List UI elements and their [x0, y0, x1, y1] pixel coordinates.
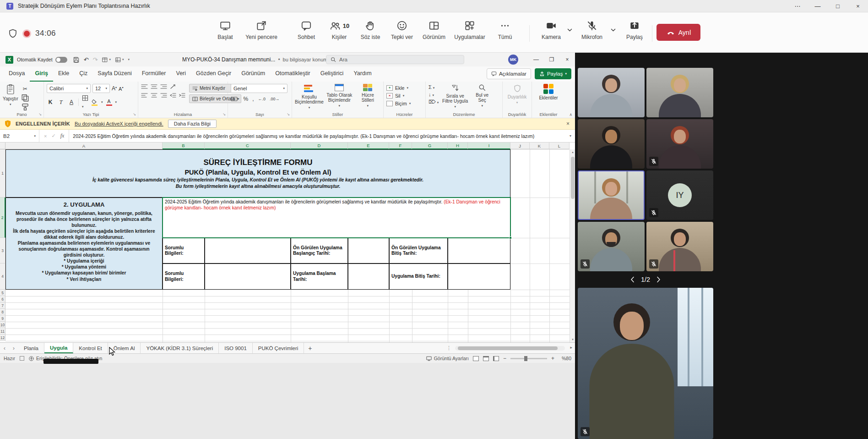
vertical-scrollbar[interactable]: ▴ ▾ — [570, 149, 575, 342]
column-header-J[interactable]: J — [510, 143, 530, 149]
sheet-tab-kontrol-et[interactable]: Kontrol Et — [73, 343, 108, 353]
addins-button[interactable]: Eklentiler — [535, 84, 562, 100]
cell-C3[interactable] — [205, 238, 291, 263]
menu-tab-görünüm[interactable]: Görünüm — [236, 66, 270, 82]
font-name-select[interactable]: Calibri▾ — [47, 84, 91, 93]
camera-options-chevron-icon[interactable] — [566, 26, 573, 33]
zoom-level[interactable]: %80 — [559, 356, 571, 361]
row-header-8[interactable]: 8 — [0, 309, 5, 315]
zoom-slider[interactable] — [510, 358, 547, 359]
participant-tile[interactable] — [646, 119, 713, 169]
align-center-icon[interactable] — [151, 93, 157, 98]
section-block[interactable]: 2. UYGULAMA Mevcutta uzun dönemdir uygul… — [5, 198, 163, 290]
page-break-view-icon[interactable] — [493, 356, 499, 361]
conditional-formatting-button[interactable]: Koşullu Biçimlendirme ▾ — [295, 84, 324, 110]
align-bottom-icon[interactable] — [160, 84, 167, 89]
cell-format-quick-icon[interactable]: ▾ — [115, 57, 124, 63]
undo-icon[interactable]: ↶ — [84, 56, 89, 63]
format-as-table-button[interactable]: Tablo Olarak Biçimlendir ▾ — [326, 84, 353, 110]
menu-tab-çiz[interactable]: Çiz — [74, 66, 92, 82]
format-painter-icon[interactable] — [21, 103, 29, 111]
excel-share-button[interactable]: Paylaş ▾ — [535, 68, 571, 79]
underline-button[interactable]: A — [68, 99, 75, 105]
user-avatar[interactable]: MK — [508, 55, 518, 65]
delete-cells-button[interactable]: ×Sil▾ — [386, 92, 423, 99]
decrease-indent-icon[interactable] — [170, 93, 176, 98]
form-header-block[interactable]: SÜREÇ İYİLEŞTİRME FORMU PUKÖ (Planla, Uy… — [5, 149, 510, 198]
menu-tab-geliştirici[interactable]: Geliştirici — [315, 66, 349, 82]
paste-button[interactable]: Yapıştır ▾ — [3, 84, 18, 111]
decrease-decimal-icon[interactable]: .00→ — [270, 97, 280, 101]
align-top-icon[interactable] — [141, 84, 148, 89]
row-header-5[interactable]: 5 — [0, 290, 5, 296]
menu-tab-otomatikleştir[interactable]: Otomatikleştir — [270, 66, 315, 82]
zoom-in-icon[interactable]: + — [551, 355, 554, 362]
share-button[interactable]: Paylaş — [620, 20, 649, 40]
copy-icon[interactable] — [21, 94, 29, 102]
borders-button[interactable]: ▾ — [82, 95, 88, 110]
column-header-K[interactable]: K — [530, 143, 549, 149]
row-header-6[interactable]: 6 — [0, 296, 5, 302]
fill-color-chevron-icon[interactable]: ▾ — [101, 100, 103, 104]
cell-E3[interactable] — [348, 238, 389, 263]
excel-close-button[interactable]: × — [559, 53, 575, 66]
cells-area[interactable]: SÜREÇ İYİLEŞTİRME FORMU PUKÖ (Planla, Uy… — [5, 149, 570, 342]
row-header-7[interactable]: 7 — [0, 302, 5, 309]
page-next-icon[interactable] — [656, 276, 661, 283]
column-header-A[interactable]: A — [5, 143, 163, 149]
orientation-icon[interactable] — [170, 84, 176, 89]
menu-tab-giriş[interactable]: Giriş — [30, 66, 53, 82]
decrease-font-icon[interactable]: A▾ — [119, 86, 123, 92]
participant-tile-large[interactable] — [578, 288, 713, 439]
column-header-I[interactable]: I — [468, 143, 510, 149]
font-color-button[interactable]: A — [106, 99, 112, 106]
increase-indent-icon[interactable] — [179, 93, 185, 98]
comments-button[interactable]: Açıklamalar — [487, 68, 531, 79]
save-icon[interactable] — [73, 56, 80, 63]
macro-record-icon[interactable] — [20, 356, 24, 361]
cell-H4[interactable] — [448, 263, 510, 290]
expand-formula-bar-icon[interactable]: ▾ — [566, 130, 575, 142]
menu-tab-formüller[interactable]: Formüller — [137, 66, 171, 82]
align-middle-icon[interactable] — [151, 84, 157, 89]
leave-button[interactable]: Ayrıl — [656, 24, 700, 41]
cell-C4[interactable] — [205, 263, 291, 290]
cell-H3[interactable] — [448, 238, 510, 263]
dialog-launcher-icon[interactable]: ↘ — [287, 112, 290, 116]
cell-D3[interactable]: Ön Görülen Uygulama Başlangıç Tarihi: — [291, 238, 348, 263]
scroll-right-icon[interactable]: ▸ — [570, 345, 572, 350]
zoom-slider-thumb[interactable] — [524, 356, 527, 361]
maximize-button[interactable]: □ — [828, 0, 848, 12]
scroll-down-icon[interactable]: ▾ — [570, 337, 575, 342]
column-header-G[interactable]: G — [412, 143, 448, 149]
mic-options-chevron-icon[interactable] — [609, 26, 617, 33]
table-quick-icon[interactable]: ▾ — [102, 57, 111, 63]
insert-function-icon[interactable]: fx — [60, 132, 65, 139]
menu-tab-dosya[interactable]: Dosya — [4, 66, 30, 82]
select-all-corner[interactable] — [0, 143, 5, 149]
italic-button[interactable]: T — [57, 99, 65, 106]
accounting-format-icon[interactable]: ▾ — [231, 96, 239, 102]
close-button[interactable]: × — [848, 0, 868, 12]
row-header-2[interactable]: 2 — [0, 198, 5, 238]
row-header-4[interactable]: 4 — [0, 263, 5, 290]
menu-tab-ekle[interactable]: Ekle — [53, 66, 74, 82]
start-button[interactable]: Başlat — [209, 20, 242, 40]
sheet-tab-planla[interactable]: Planla — [18, 343, 44, 353]
font-size-select[interactable]: 12▾ — [92, 84, 110, 93]
insert-cells-button[interactable]: +Ekle▾ — [386, 84, 423, 92]
page-previous-icon[interactable] — [630, 276, 635, 283]
people-button[interactable]: 10 Kişiler — [323, 20, 355, 40]
page-layout-view-icon[interactable] — [483, 356, 489, 361]
participant-tile[interactable] — [578, 119, 645, 169]
cell-D4[interactable]: Uygulama Başlama Tarihi: — [291, 263, 348, 290]
column-header-C[interactable]: C — [205, 143, 291, 149]
display-settings-button[interactable]: Görüntü Ayarları — [426, 356, 469, 361]
comma-format-icon[interactable]: , — [252, 96, 254, 102]
align-right-icon[interactable] — [160, 93, 167, 98]
column-header-E[interactable]: E — [348, 143, 389, 149]
tab-options-icon[interactable]: ⋮ — [446, 343, 451, 353]
sheet-tab-puk-evrimleri[interactable]: PUKÖ Çevrimleri — [253, 343, 304, 353]
increase-font-icon[interactable]: A▴ — [112, 85, 117, 92]
menu-tab-veri[interactable]: Veri — [171, 66, 191, 82]
